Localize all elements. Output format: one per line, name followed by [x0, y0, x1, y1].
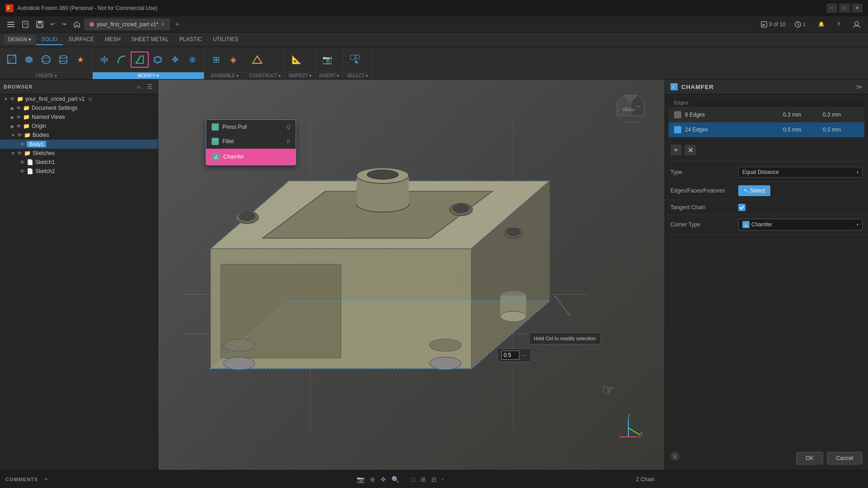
select-label[interactable]: SELECT ▾	[343, 72, 372, 79]
bodies-visibility[interactable]: 👁	[17, 132, 22, 138]
viewcube[interactable]: FRONT LEFT TOP	[610, 89, 651, 131]
move-icon: ✥	[170, 54, 180, 65]
body1-visibility[interactable]: 👁	[20, 141, 25, 147]
inspect-btn1[interactable]: 📐	[288, 52, 305, 67]
help-button[interactable]: ?	[834, 20, 844, 29]
assemble-btn1[interactable]: ⊞	[208, 52, 224, 67]
close-button[interactable]: ✕	[852, 4, 863, 13]
create-solid-btn[interactable]	[21, 52, 37, 67]
browser-collapse-btn[interactable]: ‹‹	[134, 82, 143, 91]
create-sphere-btn[interactable]	[38, 52, 54, 67]
orbit-btn[interactable]: ⊕	[368, 474, 377, 485]
shell-btn[interactable]	[150, 52, 166, 67]
home-button[interactable]	[70, 19, 84, 30]
add-comment-btn[interactable]: +	[42, 475, 51, 484]
dimension-input[interactable]: ⋯	[497, 348, 531, 362]
pan-btn[interactable]: ✥	[379, 474, 388, 485]
tab-count: ▶ 9 of 10	[761, 21, 786, 28]
tree-item-doc-settings[interactable]: ▶ 👁 📁 Document Settings	[0, 103, 158, 113]
corner-type-select[interactable]: ∠ Chamfer ▾	[738, 219, 863, 230]
menu-press-pull[interactable]: ↕ Press Pull Q	[206, 120, 296, 134]
tree-item-bodies[interactable]: ▼ 👁 📁 Bodies	[0, 131, 158, 140]
sketch2-visibility[interactable]: 👁	[20, 169, 25, 174]
new-tab-button[interactable]: +	[171, 18, 184, 31]
tree-item-named-views[interactable]: ▶ 👁 📁 Named Views	[0, 113, 158, 122]
value2-column-header	[818, 100, 859, 105]
tree-item-origin[interactable]: ▶ 👁 📁 Origin	[0, 122, 158, 131]
tree-item-body1[interactable]: 👁 Body1	[0, 140, 158, 149]
tree-item-sketch1[interactable]: 👁 📄 Sketch1	[0, 158, 158, 167]
align-btn[interactable]: ⊕	[184, 52, 200, 67]
browser-options-btn[interactable]: ☰	[145, 82, 154, 91]
fillet-btn[interactable]	[113, 52, 130, 67]
create-cylinder-btn[interactable]	[55, 52, 71, 67]
named-views-visibility[interactable]: 👁	[16, 114, 21, 120]
display-mode-btn[interactable]: □	[410, 474, 417, 485]
undo-button[interactable]: ↩	[47, 19, 58, 29]
tab-solid[interactable]: SOLID	[36, 34, 63, 45]
edges-column-header: Edges	[674, 100, 778, 105]
save-button[interactable]	[33, 19, 47, 30]
move-btn[interactable]: ✥	[167, 52, 183, 67]
menu-chamfer[interactable]: ∠ Chamfer ⋯	[206, 149, 296, 165]
account-button[interactable]	[849, 19, 864, 30]
cancel-button[interactable]: Cancel	[827, 452, 863, 465]
redo-button[interactable]: ↪	[58, 19, 70, 29]
tangent-chain-checkbox[interactable]	[738, 204, 745, 211]
remove-edge-btn[interactable]: ✕	[685, 145, 696, 155]
inspect-label[interactable]: INSPECT ▾	[285, 72, 315, 79]
construct-label[interactable]: CONSTRUCT ▾	[245, 72, 284, 79]
tab-mesh[interactable]: MESH	[99, 34, 126, 45]
chamfer-btn[interactable]	[131, 52, 149, 68]
dimension-options-btn[interactable]: ⋯	[521, 352, 527, 359]
zoom-btn[interactable]: 🔍	[390, 474, 401, 485]
type-select[interactable]: Equal Distance ▾	[738, 167, 863, 178]
minimize-button[interactable]: ─	[826, 4, 837, 13]
doc-settings-visibility[interactable]: 👁	[16, 105, 21, 111]
sketches-visibility[interactable]: 👁	[17, 150, 22, 156]
origin-visibility[interactable]: 👁	[16, 123, 21, 129]
create-sketch-btn[interactable]	[4, 52, 20, 67]
maximize-button[interactable]: □	[839, 4, 850, 13]
assemble-btn2[interactable]: ◈	[225, 52, 241, 67]
dimension-value-input[interactable]	[501, 351, 519, 360]
select-btn1[interactable]	[347, 52, 363, 67]
tab-dot	[90, 22, 94, 27]
tab-close-icon[interactable]: ✕	[161, 22, 165, 27]
tab-utilities[interactable]: UTILITIES	[208, 34, 244, 45]
select-edges-btn[interactable]: ↖ Select	[738, 185, 770, 196]
assemble-label[interactable]: ASSEMBLE ▾	[204, 72, 245, 79]
view-options-btn[interactable]: ⊟	[429, 474, 439, 485]
root-visibility-icon[interactable]: 👁	[10, 96, 15, 102]
insert-label[interactable]: INSERT ▾	[316, 72, 343, 79]
clock-button[interactable]: 1	[791, 19, 809, 29]
menu-button[interactable]	[4, 20, 18, 29]
tree-item-sketch2[interactable]: 👁 📄 Sketch2	[0, 167, 158, 176]
press-pull-btn[interactable]	[96, 52, 113, 67]
sketch1-label: Sketch1	[35, 159, 55, 165]
new-file-button[interactable]	[18, 19, 33, 30]
add-edge-btn[interactable]: +	[670, 145, 681, 155]
tab-plastic[interactable]: PLASTIC	[174, 34, 208, 45]
grid-btn[interactable]: ⊞	[419, 474, 428, 485]
edge-row-8[interactable]: 8 Edges 0.3 mm 0.3 mm	[669, 108, 864, 122]
browser-root-item[interactable]: ▼ 👁 📁 your_first_cnced_part v1 ⊙	[0, 94, 158, 103]
info-button[interactable]: ℹ	[670, 452, 679, 461]
tab-surface[interactable]: SURFACE	[63, 34, 99, 45]
tree-item-sketches[interactable]: ▼ 👁 📁 Sketches	[0, 149, 158, 158]
tab-sheet-metal[interactable]: SHEET METAL	[126, 34, 174, 45]
panel-expand-icon[interactable]: ≫	[856, 83, 863, 90]
ok-button[interactable]: OK	[796, 452, 823, 465]
insert-btn1[interactable]: 📷	[319, 52, 335, 67]
camera-btn[interactable]: 📷	[355, 474, 366, 485]
shell-icon	[152, 54, 163, 65]
create-feature-btn[interactable]: ★	[72, 52, 89, 67]
modify-label[interactable]: MODIFY ▾	[93, 72, 204, 79]
design-dropdown[interactable]: DESIGN ▾	[4, 35, 36, 44]
notification-button[interactable]: 🔔	[815, 19, 828, 29]
sketch1-visibility[interactable]: 👁	[20, 160, 25, 165]
menu-fillet[interactable]: ⌒ Fillet F	[206, 134, 296, 149]
edge-row-24[interactable]: 24 Edges 0.5 mm 0.5 mm	[669, 122, 864, 137]
construct-btn1[interactable]	[249, 52, 265, 67]
active-tab[interactable]: your_first_cnced_part v1* ✕	[84, 19, 170, 30]
